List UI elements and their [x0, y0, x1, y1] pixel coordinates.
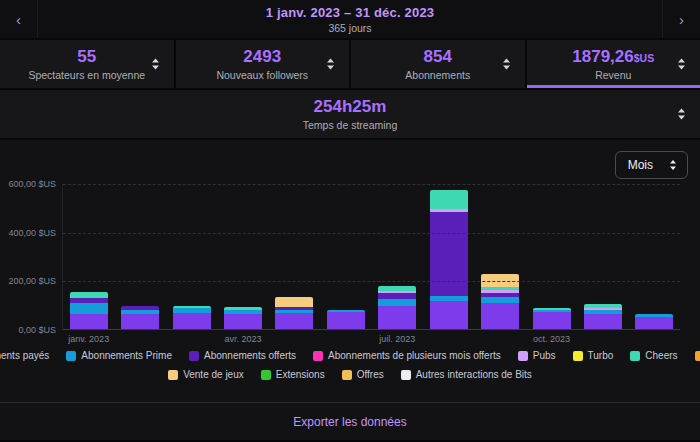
stacked-bar[interactable]: [327, 310, 365, 329]
date-duration-label: 365 jours: [328, 22, 371, 34]
stat-card-average-viewers[interactable]: 55 Spectateurs en moyenne: [0, 40, 174, 88]
date-range-center[interactable]: 1 janv. 2023 – 31 déc. 2023 365 jours: [38, 0, 662, 38]
bar-segment: [430, 301, 468, 329]
bar-slot: [629, 184, 680, 329]
bar-segment: [173, 313, 211, 329]
legend-item[interactable]: Cheers: [630, 350, 677, 361]
x-axis-slot: [577, 334, 628, 344]
legend-item[interactable]: Abonnements payés: [0, 350, 49, 361]
export-data-link[interactable]: Exporter les données: [293, 415, 406, 429]
legend-row: Abonnements payésAbonnements PrimeAbonne…: [0, 350, 700, 361]
legend-item[interactable]: Abonnements offerts: [189, 350, 296, 361]
stacked-bar[interactable]: [378, 286, 416, 329]
y-axis-tick-label: 200,00 $US: [8, 276, 56, 286]
chevron-left-icon: ‹: [16, 11, 21, 28]
legend-swatch-icon: [261, 370, 271, 380]
stacked-bar[interactable]: [635, 314, 673, 329]
x-axis-tick-label: avr. 2023: [224, 334, 261, 344]
export-footer: Exporter les données: [0, 402, 700, 440]
bar-segment: [481, 303, 519, 329]
stat-card-new-followers[interactable]: 2493 Nouveaux followers: [176, 40, 350, 88]
legend-item[interactable]: Vente de jeux: [168, 369, 244, 380]
x-axis-slot: janv. 2023: [63, 334, 114, 344]
previous-period-button[interactable]: ‹: [0, 0, 38, 38]
stat-card-stream-time[interactable]: 254h25m Temps de streaming: [0, 90, 700, 138]
legend-label: Autres interactions de Bits: [416, 369, 532, 380]
legend-item[interactable]: Pubs: [518, 350, 556, 361]
up-down-caret-icon[interactable]: [502, 58, 511, 71]
legend-swatch-icon: [66, 351, 76, 361]
stacked-bar[interactable]: [121, 306, 159, 329]
legend-item[interactable]: Turbo: [573, 350, 614, 361]
legend-item[interactable]: Abonnements Prime: [66, 350, 172, 361]
up-down-caret-icon[interactable]: [326, 58, 335, 71]
stacked-bar[interactable]: [584, 304, 622, 329]
stacked-bar[interactable]: [173, 306, 211, 329]
bar-segment: [275, 297, 313, 307]
bar-slot: [114, 184, 165, 329]
legend-item[interactable]: Autres interactions de Bits: [401, 369, 532, 380]
currency-suffix: $US: [634, 52, 654, 64]
legend-item[interactable]: Abonnements de plusieurs mois offerts: [313, 350, 501, 361]
interval-select-value: Mois: [628, 158, 653, 172]
up-down-caret-icon[interactable]: [677, 58, 686, 71]
stacked-bar[interactable]: [275, 297, 313, 329]
legend-label: Pubs: [533, 350, 556, 361]
bar-slot: [526, 184, 577, 329]
up-down-caret-icon: [669, 159, 677, 171]
stacked-bar[interactable]: [70, 292, 108, 329]
bar-segment: [533, 312, 571, 329]
stat-card-revenue[interactable]: 1879,26$US Revenu: [527, 40, 700, 88]
x-axis-tick-label: oct. 2023: [533, 334, 570, 344]
legend-label: Abonnements de plusieurs mois offerts: [328, 350, 501, 361]
bar-segment: [70, 303, 108, 314]
x-axis-tick-label: juil. 2023: [379, 334, 415, 344]
bar-segment: [121, 314, 159, 329]
legend-item[interactable]: Hype Chat: [695, 350, 700, 361]
stat-value: 2493: [243, 48, 281, 65]
y-axis-tick-label: 0,00 $US: [18, 325, 56, 335]
x-axis-slot: [320, 334, 371, 344]
date-range-label: 1 janv. 2023 – 31 déc. 2023: [266, 5, 435, 20]
bar-slot: [166, 184, 217, 329]
stat-label: Revenu: [595, 69, 631, 81]
stat-card-subscriptions[interactable]: 854 Abonnements: [351, 40, 525, 88]
up-down-caret-icon[interactable]: [677, 108, 686, 121]
legend-label: Abonnements offerts: [204, 350, 296, 361]
stat-label: Temps de streaming: [303, 119, 398, 131]
legend-label: Abonnements Prime: [81, 350, 172, 361]
legend-swatch-icon: [401, 370, 411, 380]
legend-item[interactable]: Offres: [342, 369, 384, 380]
stat-value: 55: [77, 48, 96, 65]
stats-row: 55 Spectateurs en moyenne 2493 Nouveaux …: [0, 40, 700, 88]
interval-select[interactable]: Mois: [615, 151, 688, 179]
legend-label: Turbo: [588, 350, 614, 361]
chevron-right-icon: ›: [679, 11, 684, 28]
bar-segment: [70, 314, 108, 329]
stacked-bar[interactable]: [533, 308, 571, 329]
stacked-bar[interactable]: [224, 307, 262, 329]
up-down-caret-icon[interactable]: [151, 58, 160, 71]
bar-slot: [63, 184, 114, 329]
stat-value: 254h25m: [314, 98, 387, 115]
stacked-bar[interactable]: [430, 190, 468, 329]
bar-segment: [224, 314, 262, 329]
x-axis-slot: juil. 2023: [372, 334, 423, 344]
stat-label: Abonnements: [405, 69, 470, 81]
stat-label: Spectateurs en moyenne: [28, 69, 145, 81]
analytics-page: ‹ 1 janv. 2023 – 31 déc. 2023 365 jours …: [0, 0, 700, 442]
stat-label: Nouveaux followers: [216, 69, 308, 81]
x-axis-slot: [166, 334, 217, 344]
legend-item[interactable]: Extensions: [261, 369, 325, 380]
legend-swatch-icon: [518, 351, 528, 361]
gridline: [63, 233, 680, 234]
legend-swatch-icon: [573, 351, 583, 361]
x-axis-slot: [423, 334, 474, 344]
legend-swatch-icon: [313, 351, 323, 361]
legend-label: Cheers: [645, 350, 677, 361]
stat-value: 854: [424, 48, 452, 65]
next-period-button[interactable]: ›: [662, 0, 700, 38]
bar-slot: [269, 184, 320, 329]
bar-segment: [635, 317, 673, 329]
legend-label: Abonnements payés: [0, 350, 49, 361]
